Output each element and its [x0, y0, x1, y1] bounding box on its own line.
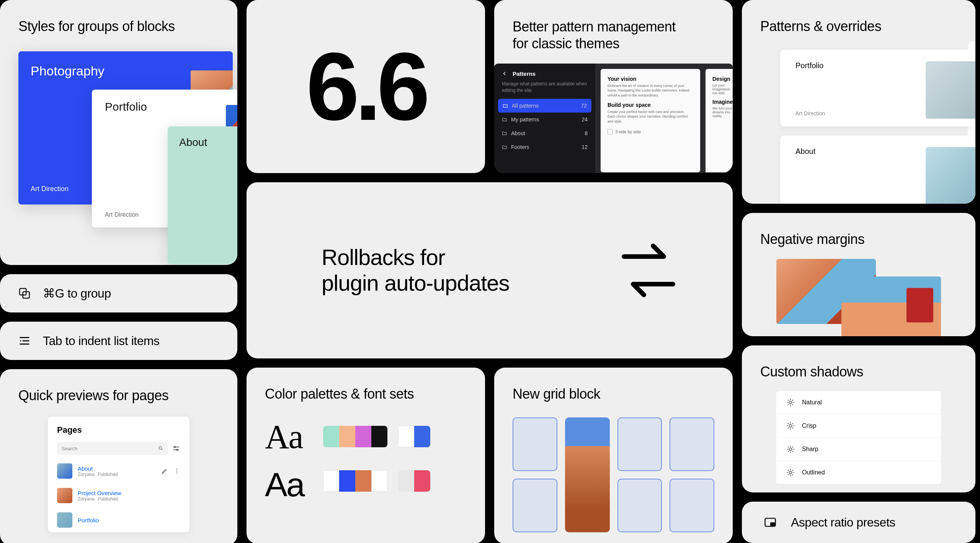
filter-icon[interactable]: [172, 444, 180, 453]
svg-line-20: [788, 400, 789, 401]
more-icon[interactable]: [173, 468, 180, 474]
shortcut-label: ⌘G to group: [43, 286, 111, 301]
pattern-card-about: About: [780, 136, 975, 204]
palette-2[interactable]: [323, 470, 387, 492]
card-styles-for-groups[interactable]: Styles for groups of blocks Photography …: [0, 0, 237, 265]
card-quick-previews[interactable]: Quick previews for pages Pages Search Ab…: [0, 369, 237, 543]
svg-point-24: [789, 425, 792, 427]
grid-preview: [494, 417, 733, 532]
svg-line-29: [788, 424, 789, 424]
edit-icon[interactable]: [161, 468, 168, 474]
shadow-option-outlined[interactable]: Outlined: [776, 461, 941, 484]
page-item[interactable]: About ZoryanaPublished: [48, 459, 189, 483]
pattern-preview-doc: Your visionEmbrace the art of creation i…: [601, 69, 700, 172]
sidebar-row-about[interactable]: About8: [494, 126, 595, 140]
page-item[interactable]: Project OverviewZoryanaPublished: [48, 483, 189, 508]
card-rollbacks[interactable]: Rollbacks forplugin auto-updates: [247, 182, 733, 358]
folder-icon: [502, 144, 507, 150]
shadow-option-sharp[interactable]: Sharp: [776, 438, 941, 461]
search-icon: [158, 446, 163, 451]
svg-line-22: [792, 400, 793, 401]
swatch: [339, 470, 355, 492]
card-tab-indent[interactable]: Tab to indent list items: [0, 322, 237, 360]
svg-line-47: [788, 470, 789, 471]
swatch: [355, 470, 371, 492]
svg-line-23: [788, 404, 789, 405]
back-icon[interactable]: [502, 71, 507, 76]
sans-sample: Aa: [265, 465, 304, 504]
shadow-option-natural[interactable]: Natural: [776, 391, 941, 414]
thumbnail-image: [926, 147, 975, 204]
serif-sample: Aa: [265, 417, 304, 456]
overlap-image: [841, 276, 941, 336]
rollbacks-text: Rollbacks forplugin auto-updates: [322, 245, 510, 296]
font-samples: Aa Aa: [265, 417, 304, 504]
card-pattern-management[interactable]: Better pattern managementfor classic the…: [494, 0, 733, 173]
swatch: [323, 470, 339, 492]
card-new-grid-block[interactable]: New grid block: [494, 368, 733, 543]
patterns-ui: Patterns Manage what patterns are availa…: [494, 64, 733, 173]
sidebar-row-all-patterns[interactable]: All patterns72: [498, 99, 591, 113]
card-version[interactable]: 6.6: [247, 0, 485, 173]
aspect-label: Aspect ratio presets: [791, 515, 895, 530]
pattern-preview-doc: DesignLet your imagination run wild. Ima…: [706, 69, 733, 172]
preview-card-about: About: [168, 126, 237, 264]
sun-icon: [786, 421, 795, 430]
card-patterns-overrides[interactable]: Patterns & overrides Portfolio Art Direc…: [742, 0, 975, 204]
search-input[interactable]: Search: [57, 442, 168, 455]
swatch: [398, 426, 414, 447]
card-negative-margins[interactable]: Negative margins: [742, 213, 975, 336]
page-thumbnail: [57, 463, 72, 479]
swatch: [414, 426, 430, 447]
grid-cell[interactable]: [670, 417, 714, 471]
svg-line-50: [788, 474, 789, 475]
folder-icon: [503, 103, 508, 108]
card-title: Patterns & overrides: [760, 18, 957, 34]
shadow-options-list: Natural Crisp Sharp Outlined: [776, 391, 942, 484]
grid-cell[interactable]: [670, 479, 714, 532]
sun-icon: [786, 468, 795, 477]
folder-icon: [502, 131, 507, 136]
svg-point-11: [176, 449, 178, 451]
aspect-ratio-icon: [763, 515, 777, 529]
folder-icon: [502, 117, 507, 122]
checkbox-3-side[interactable]: 3 side by side: [608, 129, 693, 134]
page-item[interactable]: Portfolio: [48, 508, 189, 532]
sun-icon: [786, 445, 795, 454]
svg-point-14: [176, 473, 177, 473]
swatch: [323, 426, 339, 447]
palette-1[interactable]: [323, 426, 387, 447]
card-group-shortcut[interactable]: ⌘G to group: [0, 274, 237, 312]
grid-cell[interactable]: [513, 417, 557, 471]
svg-line-31: [792, 424, 793, 424]
svg-point-6: [159, 447, 162, 449]
swatch: [398, 470, 414, 492]
svg-line-38: [788, 447, 789, 447]
card-aspect-ratio[interactable]: Aspect ratio presets: [742, 502, 975, 543]
card-custom-shadows[interactable]: Custom shadows Natural Crisp Sharp Outli…: [742, 345, 975, 492]
card-color-palettes[interactable]: Color palettes & font sets Aa Aa: [247, 368, 485, 543]
pages-panel-title: Pages: [48, 425, 189, 435]
grid-cell[interactable]: [513, 479, 557, 532]
grid-cell[interactable]: [617, 479, 662, 532]
grid-cell[interactable]: [617, 417, 662, 471]
svg-line-40: [792, 447, 793, 447]
palette-1b[interactable]: [398, 426, 430, 447]
swatch: [339, 426, 355, 447]
svg-point-12: [176, 469, 177, 469]
group-icon: [17, 286, 32, 301]
rollback-icon: [610, 232, 687, 309]
sidebar-row-my-patterns[interactable]: My patterns24: [494, 113, 595, 126]
grid-cell-filled[interactable]: [565, 417, 610, 532]
shadow-option-crisp[interactable]: Crisp: [776, 414, 941, 438]
page-thumbnail: [57, 488, 72, 503]
svg-line-49: [792, 470, 793, 471]
svg-line-21: [792, 404, 793, 405]
svg-line-48: [792, 474, 793, 475]
sidebar-row-footers[interactable]: Footers12: [494, 140, 595, 154]
pages-panel: Pages Search About ZoryanaPublished: [48, 417, 189, 532]
svg-line-39: [792, 451, 793, 451]
svg-point-10: [174, 447, 176, 448]
palette-2b[interactable]: [398, 470, 430, 492]
svg-point-4: [20, 340, 21, 341]
